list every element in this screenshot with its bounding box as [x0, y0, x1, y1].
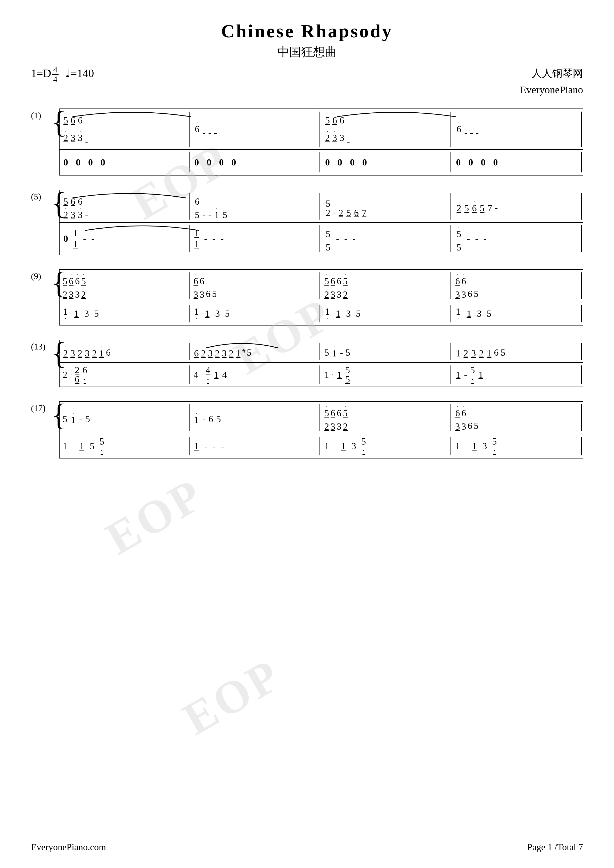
staves-3: ·5 ·2 ·6 ·3 ·6 ·3 ·5 ·2 — [59, 269, 583, 326]
measure-num-13: (13) — [31, 339, 51, 352]
note-6-3: ·6 ·3 — [78, 112, 82, 147]
footer-right: Page 1 /Total 7 — [527, 842, 583, 852]
measure-2-upper: ·6 - - - — [191, 120, 319, 138]
upper-staff-2: ·5 ·2 ·6 ·3 ·6 ·3 - — [59, 190, 583, 223]
dash-2c: - — [214, 127, 217, 138]
barline-low-1 — [189, 152, 190, 172]
bass-0-4: 0 — [101, 157, 105, 168]
watermark-3: EOP — [97, 468, 213, 565]
upper-staff-5: 5 ·1 - 5 ·1 - 6 5 — [59, 401, 583, 434]
staves-1: ·5 ·2 ·6 ·3 ·6 ·3 - — [59, 108, 583, 175]
section-5: (17) { 5 ·1 - 5 ·1 - — [31, 401, 583, 459]
lower-staff-1: 0 0 0 0 0 0 0 0 0 0 — [59, 150, 583, 175]
brace-5: { — [51, 401, 59, 429]
brace-3: { — [51, 269, 59, 297]
upper-staff-4: ·2 3 ·2 3 ·2 ·1 6 6 ·2 3 ·2 — [59, 339, 583, 363]
measure-7-upper: ·5 2 - 2 5 6 7 — [321, 195, 449, 217]
measure-3-upper: ·5 ·2 ·6 ·3 ·6 ·3 - — [321, 112, 449, 147]
score-page: EOP EOP EOP EOP Chinese Rhapsody 中国狂想曲 1… — [0, 0, 614, 868]
note-66-3: ·6 ·3 — [333, 112, 337, 147]
note-6-3b: ·6 ·3 — [340, 112, 344, 147]
measure-num-5: (5) — [31, 190, 51, 202]
section-3: (9) { ·5 ·2 ·6 ·3 — [31, 269, 583, 326]
bass-0-2: 0 — [76, 157, 81, 168]
upper-staff-1: ·5 ·2 ·6 ·3 ·6 ·3 - — [59, 108, 583, 150]
staves-4: ·2 3 ·2 3 ·2 ·1 6 6 ·2 3 ·2 — [59, 339, 583, 387]
lower-1-m4: 0 0 0 0 — [452, 157, 580, 168]
title-sub: 中国狂想曲 — [31, 44, 583, 60]
bass-0-3: 0 — [88, 157, 93, 168]
lower-staff-3: 1· 1 3 5 1· 1 3 5 1· 1 — [59, 302, 583, 326]
measure-num-9: (9) — [31, 269, 51, 281]
measure-num-17: (17) — [31, 401, 51, 413]
header-info: 1=D44 ♩=140 人人钢琴网 EveryonePiano — [31, 65, 583, 98]
lower-staff-2: 0 1 1 - - 1 1 — [59, 223, 583, 255]
brace-4: { — [51, 339, 59, 367]
title-section: Chinese Rhapsody 中国狂想曲 — [31, 21, 583, 60]
upper-staff-3: ·5 ·2 ·6 ·3 ·6 ·3 ·5 ·2 — [59, 269, 583, 302]
source-en: EveryonePiano — [520, 82, 583, 98]
section-2: (5) { ·5 ·2 ·6 — [31, 190, 583, 255]
footer-left: EveryonePiano.com — [31, 842, 106, 852]
measure-6-upper: ·6 5 - - ·1 5 — [191, 193, 319, 220]
barline-2 — [320, 112, 320, 147]
staves-5: 5 ·1 - 5 ·1 - 6 5 — [59, 401, 583, 459]
lower-1-m1: 0 0 0 0 — [59, 157, 188, 168]
watermark-4: EOP — [174, 648, 290, 746]
barline-3 — [451, 112, 451, 147]
measure-1-upper: ·5 ·2 ·6 ·3 ·6 ·3 - — [59, 112, 188, 147]
source-info: 人人钢琴网 EveryonePiano — [520, 65, 583, 98]
measure-4-upper: ·6 - - - — [452, 120, 580, 138]
staves-2: ·5 ·2 ·6 ·3 ·6 ·3 - — [59, 190, 583, 255]
brace-1: { — [51, 108, 59, 136]
measure-8-upper: 2 5 ·6 5 7 - — [452, 200, 580, 213]
barline-4 — [581, 112, 582, 147]
dash-1: - — [85, 136, 88, 147]
dash-2a: - — [203, 127, 206, 138]
note-55: ·5 ·2 — [64, 112, 68, 147]
lower-staff-5: 1· 1 5 5 · 1 - - - — [59, 434, 583, 459]
measure-num-1: (1) — [31, 108, 51, 120]
section-1: (1) { ·5 ·2 ·6 — [31, 108, 583, 175]
barline-low-4 — [581, 152, 582, 172]
tempo-info: 1=D44 ♩=140 — [31, 65, 94, 84]
music-score: (1) { ·5 ·2 ·6 — [31, 108, 583, 459]
dash-2b: - — [208, 127, 211, 138]
note-66: ·6 ·3 — [71, 112, 75, 147]
title-main: Chinese Rhapsody — [31, 21, 583, 42]
barline-low-2 — [320, 152, 320, 172]
lower-1-m2: 0 0 0 0 — [191, 157, 319, 168]
bass-0-1: 0 — [64, 157, 68, 168]
section-4: (13) { ·2 3 ·2 3 ·2 ·1 — [31, 339, 583, 387]
note-55-3: ·5 ·2 — [325, 112, 330, 147]
lower-1-m3: 0 0 0 0 — [321, 157, 449, 168]
source-cn: 人人钢琴网 — [520, 65, 583, 82]
brace-2: { — [51, 190, 59, 217]
measure-5-upper: ·5 ·2 ·6 ·3 ·6 ·3 - — [59, 193, 188, 220]
barline-1 — [189, 112, 190, 147]
lower-staff-4: 2· 2 6 6 · 4· — [59, 363, 583, 387]
footer: EveryonePiano.com Page 1 /Total 7 — [31, 842, 583, 852]
barline-low-3 — [451, 152, 451, 172]
